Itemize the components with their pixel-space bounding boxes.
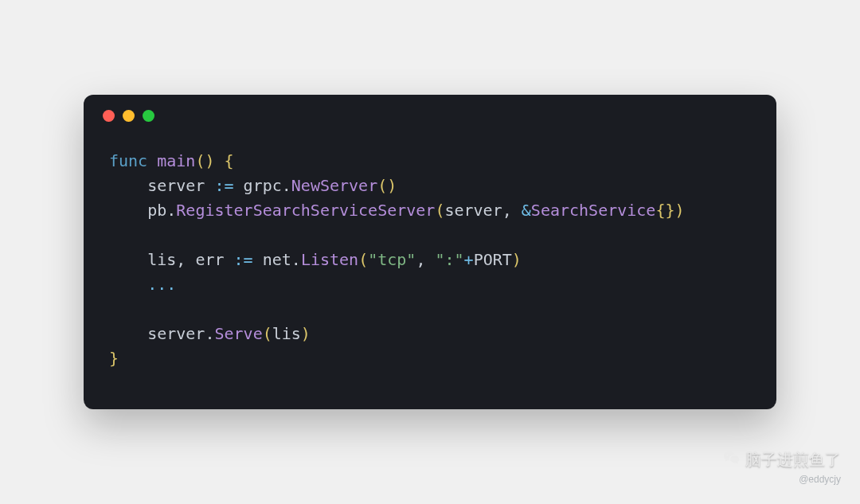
wechat-icon	[723, 449, 741, 471]
watermark-text: 脑子进煎鱼了	[745, 449, 841, 471]
minimize-icon[interactable]	[123, 110, 135, 122]
watermark: 脑子进煎鱼了 @eddycjy	[723, 449, 841, 485]
watermark-handle: @eddycjy	[799, 474, 841, 485]
watermark-top: 脑子进煎鱼了	[723, 449, 841, 471]
window-titlebar	[84, 95, 776, 136]
code-window: func main() { server := grpc.NewServer()…	[84, 95, 776, 409]
close-icon[interactable]	[103, 110, 115, 122]
code-block: func main() { server := grpc.NewServer()…	[84, 136, 776, 409]
maximize-icon[interactable]	[143, 110, 154, 122]
